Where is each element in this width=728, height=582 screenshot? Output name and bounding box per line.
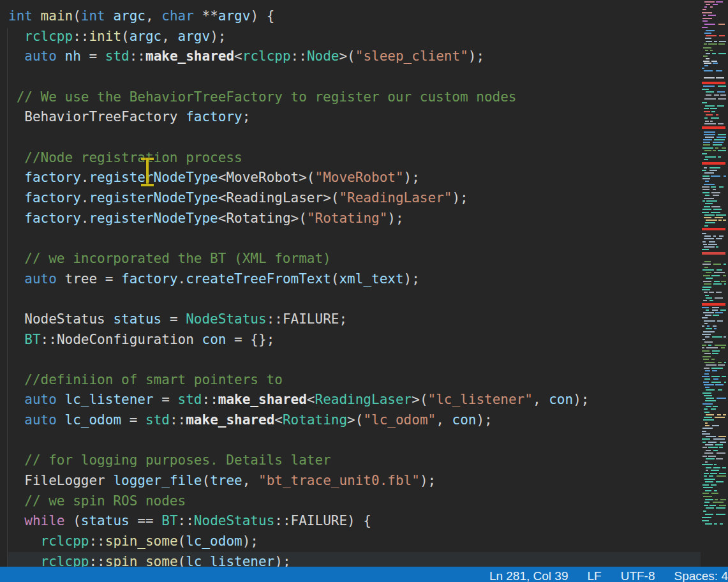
- code-line[interactable]: rclcpp::spin_some(lc_odom);: [8, 532, 701, 552]
- code-line[interactable]: auto tree = factory.createTreeFromText(x…: [8, 269, 701, 290]
- minimap-line: [701, 470, 728, 471]
- code-line[interactable]: [8, 228, 701, 249]
- code-token: NodeStatus: [194, 513, 274, 528]
- code-line[interactable]: //Node registration process: [8, 148, 701, 168]
- code-line[interactable]: // for logging purposes. Details later: [8, 451, 701, 471]
- minimap-line: [701, 68, 728, 69]
- code-line[interactable]: // We use the BehaviorTreeFactory to reg…: [8, 87, 701, 108]
- code-line[interactable]: auto lc_listener = std::make_shared<Read…: [8, 390, 701, 410]
- code-token: <: [218, 170, 227, 185]
- code-line[interactable]: NodeStatus status = NodeStatus::FAILURE;: [8, 310, 701, 330]
- code-line[interactable]: [8, 350, 701, 370]
- code-line[interactable]: rclcpp::init(argc, argv);: [8, 27, 701, 47]
- minimap[interactable]: [701, 0, 728, 567]
- code-line[interactable]: // we incorporated the BT (XML format): [8, 249, 701, 269]
- code-token: [8, 534, 41, 549]
- code-token: // We use the BehaviorTreeFactory to reg…: [8, 89, 517, 105]
- minimap-line: [701, 123, 728, 124]
- code-token: [8, 211, 24, 226]
- code-line[interactable]: [8, 431, 701, 451]
- code-line[interactable]: factory.registerNodeType<ReadingLaser>("…: [8, 188, 701, 209]
- minimap-line: [701, 269, 728, 271]
- minimap-line: [701, 261, 728, 262]
- minimap-line: [701, 475, 728, 477]
- code-token: status: [113, 311, 161, 327]
- code-token: registerNodeType: [89, 211, 218, 226]
- code-line[interactable]: // we spin ROS nodes: [8, 491, 701, 512]
- minimap-line: [701, 172, 728, 174]
- minimap-line: [701, 406, 728, 407]
- minimap-line: [701, 1, 728, 3]
- minimap-highlight-bar: [702, 303, 725, 306]
- code-token: auto: [24, 412, 57, 428]
- code-line[interactable]: while (status == BT::NodeStatus::FAILURE…: [8, 511, 701, 532]
- minimap-line: [701, 373, 728, 375]
- code-token: =: [121, 412, 145, 428]
- minimap-line: [701, 181, 728, 182]
- code-token: [8, 271, 24, 287]
- minimap-line: [701, 461, 728, 463]
- code-token: (: [331, 271, 339, 287]
- minimap-line: [701, 18, 728, 19]
- indentation-indicator[interactable]: Spaces: 4: [674, 569, 728, 582]
- code-line[interactable]: factory.registerNodeType<Rotating>("Rota…: [8, 209, 701, 229]
- code-line[interactable]: factory.registerNodeType<MoveRobot>("Mov…: [8, 168, 701, 188]
- minimap-line: [701, 278, 728, 279]
- minimap-line: [701, 30, 728, 31]
- minimap-line: [701, 364, 728, 366]
- code-line[interactable]: rclcpp::spin_some(lc_listener);: [8, 552, 701, 567]
- code-line[interactable]: BT::NodeConfiguration con = {};: [8, 330, 701, 350]
- minimap-line: [701, 376, 728, 377]
- minimap-line: [701, 414, 728, 415]
- code-token: lc_odom: [65, 412, 122, 428]
- code-token: .: [81, 190, 89, 205]
- code-line[interactable]: FileLogger logger_file(tree, "bt_trace_u…: [8, 471, 701, 491]
- minimap-line: [701, 464, 728, 465]
- code-token: >(: [291, 211, 307, 226]
- code-token: );: [476, 412, 492, 428]
- minimap-line: [701, 511, 728, 512]
- code-token: lc_listener: [186, 554, 274, 567]
- minimap-line: [701, 105, 728, 107]
- minimap-line: [701, 43, 728, 45]
- minimap-line: [701, 403, 728, 405]
- minimap-line: [701, 447, 728, 448]
- code-token: ::: [73, 29, 89, 44]
- code-token: <: [307, 392, 315, 407]
- minimap-line: [701, 481, 728, 482]
- code-token: nh: [65, 48, 81, 64]
- code-token: );: [468, 48, 484, 64]
- minimap-line: [701, 131, 728, 133]
- code-line[interactable]: auto lc_odom = std::make_shared<Rotating…: [8, 410, 701, 431]
- minimap-line: [701, 24, 728, 25]
- code-line[interactable]: [8, 67, 701, 87]
- minimap-line: [701, 209, 728, 210]
- code-editor[interactable]: int main(int argc, char **argv) { rclcpp…: [0, 0, 701, 567]
- code-token: =: [97, 271, 121, 287]
- code-line[interactable]: BehaviorTreeFactory factory;: [8, 107, 701, 128]
- code-line[interactable]: int main(int argc, char **argv) {: [8, 6, 701, 27]
- code-line[interactable]: //definiion of smart pointers to: [8, 370, 701, 391]
- minimap-line: [701, 222, 728, 223]
- minimap-highlight-bar: [702, 82, 725, 84]
- minimap-line: [701, 452, 728, 454]
- code-line[interactable]: auto nh = std::make_shared<rclcpp::Node>…: [8, 47, 701, 67]
- minimap-line: [701, 186, 728, 188]
- minimap-line: [701, 395, 728, 396]
- minimap-line: [701, 134, 728, 135]
- minimap-line: [701, 175, 728, 177]
- code-token: [57, 48, 65, 64]
- code-line[interactable]: [8, 289, 701, 310]
- minimap-line: [701, 150, 728, 151]
- encoding-indicator[interactable]: UTF-8: [621, 569, 655, 582]
- code-token: );: [404, 271, 420, 287]
- minimap-highlight-bar: [702, 162, 725, 165]
- cursor-position-indicator[interactable]: Ln 281, Col 39: [489, 569, 568, 582]
- minimap-line: [701, 12, 728, 13]
- code-token: auto: [24, 392, 57, 407]
- code-token: init: [89, 29, 121, 44]
- eol-indicator[interactable]: LF: [587, 569, 601, 582]
- minimap-line: [701, 392, 728, 394]
- code-line[interactable]: [8, 128, 701, 148]
- minimap-line: [701, 312, 728, 313]
